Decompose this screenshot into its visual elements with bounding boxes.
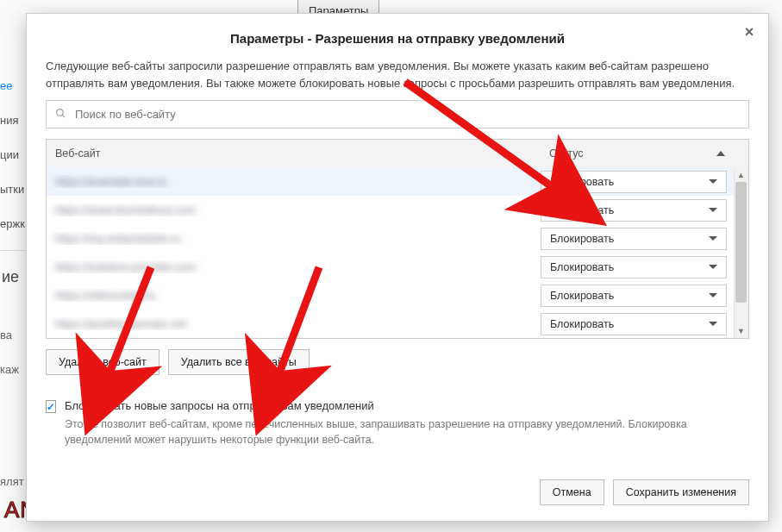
- remove-site-button[interactable]: Удалить веб-сайт: [46, 349, 160, 375]
- table-header: Веб-сайт Статус: [47, 140, 748, 167]
- dialog-title: Параметры - Разрешения на отправку уведо…: [27, 14, 768, 58]
- scrollbar-track[interactable]: ▲ ▼: [734, 167, 748, 338]
- status-dropdown[interactable]: Блокировать: [541, 199, 727, 222]
- status-dropdown[interactable]: Блокировать: [541, 228, 727, 250]
- block-new-label: Блокировать новые запросы на отправку ва…: [65, 399, 749, 412]
- bg-left-strip: ее ния ции ытки ержка ие ва каж ялят: [0, 69, 26, 499]
- svg-line-1: [62, 115, 65, 117]
- sort-caret-up-icon: [716, 151, 725, 156]
- status-value: Блокировать: [550, 233, 614, 245]
- search-icon: [55, 108, 66, 122]
- chevron-down-icon: [709, 322, 717, 326]
- close-button[interactable]: ×: [741, 24, 758, 41]
- site-cell: https://another-domain.net: [47, 317, 541, 330]
- cancel-button[interactable]: Отмена: [540, 479, 604, 505]
- chevron-down-icon: [709, 179, 717, 184]
- search-input[interactable]: [73, 107, 740, 122]
- col-header-status[interactable]: Статус: [541, 140, 734, 167]
- save-button[interactable]: Сохранить изменения: [613, 479, 749, 505]
- site-cell: https://subdom.provider.com: [47, 260, 541, 273]
- status-value: Блокировать: [550, 318, 614, 330]
- site-cell: https://example-one.ru: [47, 175, 541, 188]
- notification-permissions-dialog: Параметры - Разрешения на отправку уведо…: [26, 13, 769, 522]
- table-row[interactable]: https://example-one.ruБлокировать: [47, 167, 748, 196]
- status-dropdown[interactable]: Блокировать: [541, 313, 727, 335]
- status-dropdown[interactable]: Блокировать: [541, 285, 727, 307]
- scroll-up-icon[interactable]: ▲: [734, 167, 748, 182]
- table-row[interactable]: https://obfuscated.ioБлокировать: [47, 281, 748, 310]
- scroll-down-icon[interactable]: ▼: [734, 323, 748, 338]
- table-row[interactable]: https://another-domain.netБлокировать: [47, 310, 748, 338]
- scrollbar-thumb[interactable]: [735, 182, 747, 303]
- remove-all-sites-button[interactable]: Удалить все веб-сайты: [168, 349, 310, 375]
- svg-point-0: [57, 109, 64, 116]
- bg-link: ее: [0, 79, 12, 92]
- chevron-down-icon: [709, 265, 717, 269]
- dialog-title-text: Параметры - Разрешения на отправку уведо…: [230, 31, 565, 46]
- chevron-down-icon: [709, 236, 717, 241]
- chevron-down-icon: [709, 293, 717, 297]
- status-value: Блокировать: [550, 290, 614, 302]
- search-input-wrapper[interactable]: [46, 100, 749, 128]
- block-new-checkbox[interactable]: [46, 400, 56, 413]
- status-dropdown[interactable]: Блокировать: [541, 171, 727, 193]
- status-value: Блокировать: [550, 204, 614, 216]
- table-row[interactable]: https://www.blurredhost.comБлокировать: [47, 196, 748, 224]
- status-dropdown[interactable]: Блокировать: [541, 256, 727, 279]
- site-cell: https://www.blurredhost.com: [47, 203, 541, 216]
- col-header-site[interactable]: Веб-сайт: [47, 140, 541, 167]
- status-value: Блокировать: [550, 176, 614, 188]
- table-row[interactable]: https://my.redactedsite.ruБлокировать: [47, 224, 748, 253]
- site-cell: https://my.redactedsite.ru: [47, 232, 541, 245]
- dialog-description: Следующие веб-сайты запросили разрешение…: [46, 58, 749, 91]
- status-value: Блокировать: [550, 261, 614, 273]
- block-new-hint: Это не позволит веб-сайтам, кроме перечи…: [65, 416, 749, 448]
- sites-table: Веб-сайт Статус https://example-one.ruБл…: [46, 139, 749, 339]
- site-cell: https://obfuscated.io: [47, 289, 541, 302]
- chevron-down-icon: [709, 208, 717, 212]
- table-row[interactable]: https://subdom.provider.comБлокировать: [47, 253, 748, 281]
